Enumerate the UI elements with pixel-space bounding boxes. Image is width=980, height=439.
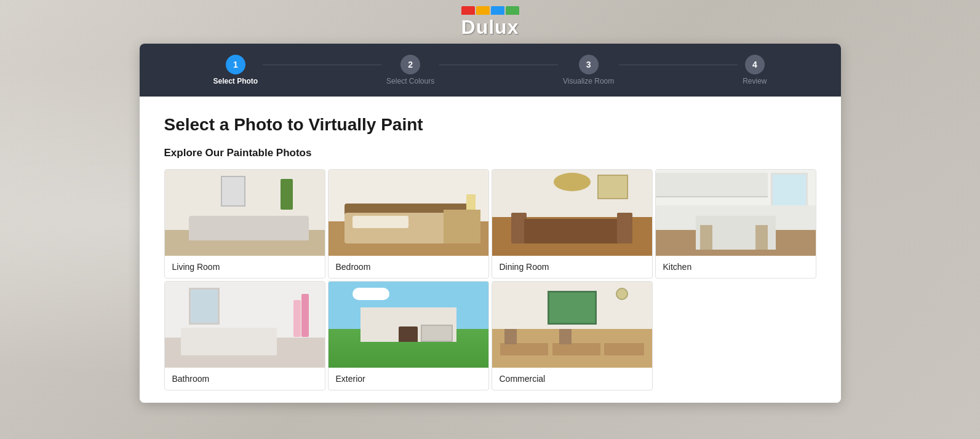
content-area: Select a Photo to Virtually Paint Explor… [140,97,841,403]
step-number-1: 1 [233,60,238,69]
chair2 [617,213,632,243]
room-scene-dining [492,170,652,256]
main-card: 1 Select Photo 2 Select Colours 3 [140,44,841,403]
step-number-3: 3 [586,60,591,69]
step-line-1-2 [263,65,381,65]
step-circle-2: 2 [400,55,420,74]
photo-grid: Living Room [164,169,816,390]
towel2 [293,300,301,337]
room-scene-exterior [329,282,488,368]
photo-label-kitchen: Kitchen [656,256,816,278]
sofa [189,216,309,240]
photo-image-bathroom [165,282,325,368]
pillow [353,216,408,228]
photo-image-bedroom [329,170,488,256]
plant [281,179,293,210]
photo-card-kitchen[interactable]: Kitchen [655,169,816,279]
step-2[interactable]: 2 Select Colours [386,55,434,85]
garage [421,325,453,342]
photo-image-kitchen [656,170,816,256]
board [548,291,597,325]
desk1 [500,343,548,355]
step-number-4: 4 [752,60,757,69]
clock [616,288,628,300]
cloud [353,288,389,300]
section-title: Explore Our Paintable Photos [164,147,816,159]
window-k [771,173,808,210]
photo-label-bathroom: Bathroom [165,368,325,390]
photo-card-exterior[interactable]: Exterior [328,281,489,390]
photo-image-living-room [165,170,325,256]
room-scene-bathroom [165,282,325,368]
logo-strip-orange [476,6,490,15]
cabinet-top [656,173,768,197]
photo-card-bedroom[interactable]: Bedroom [328,169,489,279]
desk3 [604,343,644,355]
photo-card-bathroom[interactable]: Bathroom [164,281,325,390]
stool2 [755,225,768,250]
photo-card-commercial[interactable]: Commercial [492,281,653,390]
step-label-4: Review [743,77,767,85]
towel1 [301,294,309,337]
step-line-2-3 [439,65,558,65]
app-wrapper: Dulux 1 Select Photo 2 [140,0,841,415]
step-3[interactable]: 3 Visualize Room [563,55,614,85]
mirror [189,288,220,325]
logo-strip-green [506,6,519,15]
chair-c1 [504,329,517,344]
photo-label-dining-room: Dining Room [492,256,652,278]
vanity [181,328,277,355]
room-scene-bedroom [329,170,488,256]
step-4[interactable]: 4 Review [743,55,767,85]
stool1 [700,225,712,250]
stepper: 1 Select Photo 2 Select Colours 3 [140,44,841,97]
room-scene-kitchen [656,170,816,256]
step-circle-4: 4 [745,55,765,74]
page-title: Select a Photo to Virtually Paint [164,115,816,135]
dresser [444,210,480,243]
step-1[interactable]: 1 Select Photo [213,55,258,85]
logo-strip-blue [491,6,504,15]
step-number-2: 2 [408,60,413,69]
photo-label-exterior: Exterior [329,368,488,390]
step-circle-1: 1 [226,55,245,74]
logo-container: Dulux [461,6,519,39]
step-label-2: Select Colours [386,77,434,85]
header: Dulux [140,0,841,44]
step-circle-3: 3 [579,55,599,74]
photo-card-dining-room[interactable]: Dining Room [492,169,653,279]
step-label-3: Visualize Room [563,77,614,85]
step-label-1: Select Photo [213,77,258,85]
photo-image-dining-room [492,170,652,256]
photo-label-bedroom: Bedroom [329,256,488,278]
lamp [466,194,476,210]
logo-icon [461,6,519,15]
frame2 [597,175,628,199]
room-scene-living [165,170,325,256]
chandelier [554,173,591,191]
photo-label-commercial: Commercial [492,368,652,390]
photo-card-living-room[interactable]: Living Room [164,169,325,279]
stepper-inner: 1 Select Photo 2 Select Colours 3 [213,55,767,85]
chair-c2 [559,329,572,344]
desk2 [552,343,600,355]
photo-image-exterior [329,282,488,368]
logo-text: Dulux [461,16,519,39]
step-line-3-4 [619,65,738,65]
logo-strip-red [461,6,475,15]
photo-image-commercial [492,282,652,368]
photo-label-living-room: Living Room [165,256,325,278]
frame [221,176,245,207]
door [399,326,418,342]
table [524,219,620,243]
room-scene-commercial [492,282,652,368]
